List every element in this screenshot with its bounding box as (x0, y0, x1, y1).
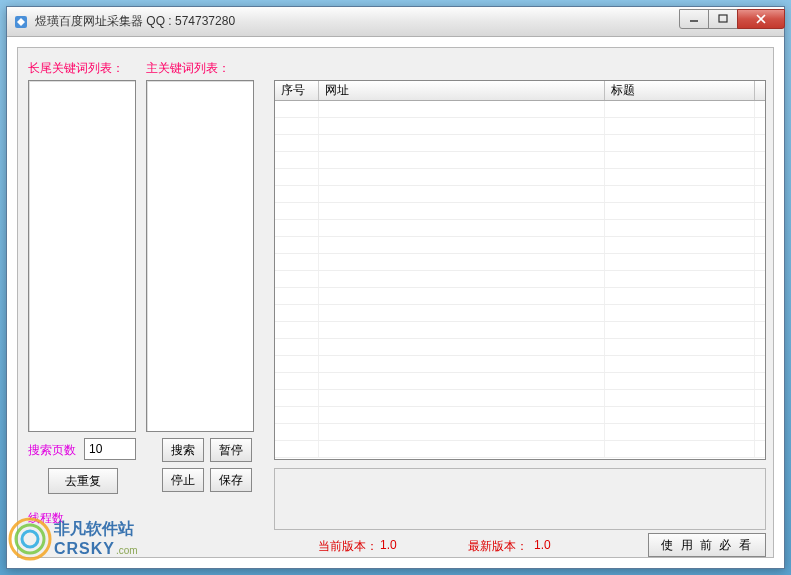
table-row (275, 152, 765, 169)
titlebar: 煜璜百度网址采集器 QQ : 574737280 (7, 7, 784, 37)
threads-label: 线程数 (28, 510, 64, 527)
table-row (275, 441, 765, 458)
dedup-button[interactable]: 去重复 (48, 468, 118, 494)
table-row (275, 339, 765, 356)
table-row (275, 407, 765, 424)
table-row (275, 356, 765, 373)
stop-button[interactable]: 停止 (162, 468, 204, 492)
must-read-button[interactable]: 使 用 前 必 看 (648, 533, 766, 557)
main-keywords-label: 主关键词列表： (146, 60, 230, 77)
minimize-button[interactable] (679, 9, 709, 29)
table-row (275, 220, 765, 237)
col-url[interactable]: 网址 (319, 81, 605, 100)
status-panel (274, 468, 766, 530)
table-row (275, 373, 765, 390)
table-row (275, 322, 765, 339)
table-row (275, 186, 765, 203)
col-title[interactable]: 标题 (605, 81, 755, 100)
save-button[interactable]: 保存 (210, 468, 252, 492)
longtail-keywords-label: 长尾关键词列表： (28, 60, 124, 77)
results-grid[interactable]: 序号 网址 标题 (274, 80, 766, 460)
window-controls (679, 11, 784, 33)
main-keywords-listbox[interactable] (146, 80, 254, 432)
search-button[interactable]: 搜索 (162, 438, 204, 462)
window-title: 煜璜百度网址采集器 QQ : 574737280 (35, 13, 679, 30)
table-row (275, 118, 765, 135)
table-row (275, 237, 765, 254)
grid-body (275, 101, 765, 459)
table-row (275, 390, 765, 407)
search-pages-label: 搜索页数 (28, 442, 76, 459)
col-index[interactable]: 序号 (275, 81, 319, 100)
grid-header: 序号 网址 标题 (275, 81, 765, 101)
table-row (275, 271, 765, 288)
table-row (275, 101, 765, 118)
latest-version-label: 最新版本： (468, 538, 528, 555)
maximize-button[interactable] (708, 9, 738, 29)
table-row (275, 203, 765, 220)
table-row (275, 169, 765, 186)
table-row (275, 424, 765, 441)
current-version-value: 1.0 (380, 538, 397, 552)
table-row (275, 254, 765, 271)
client-area: 长尾关键词列表： 主关键词列表： 搜索页数 去重复 搜索 暂停 停止 保存 线程… (17, 47, 774, 558)
app-icon (13, 14, 29, 30)
latest-version-value: 1.0 (534, 538, 551, 552)
app-window: 煜璜百度网址采集器 QQ : 574737280 长尾关键词列表： 主关键词列表… (6, 6, 785, 569)
longtail-keywords-listbox[interactable] (28, 80, 136, 432)
svg-rect-1 (719, 15, 727, 22)
current-version-label: 当前版本： (318, 538, 378, 555)
table-row (275, 305, 765, 322)
pause-button[interactable]: 暂停 (210, 438, 252, 462)
close-button[interactable] (737, 9, 785, 29)
table-row (275, 135, 765, 152)
table-row (275, 288, 765, 305)
search-pages-input[interactable] (84, 438, 136, 460)
